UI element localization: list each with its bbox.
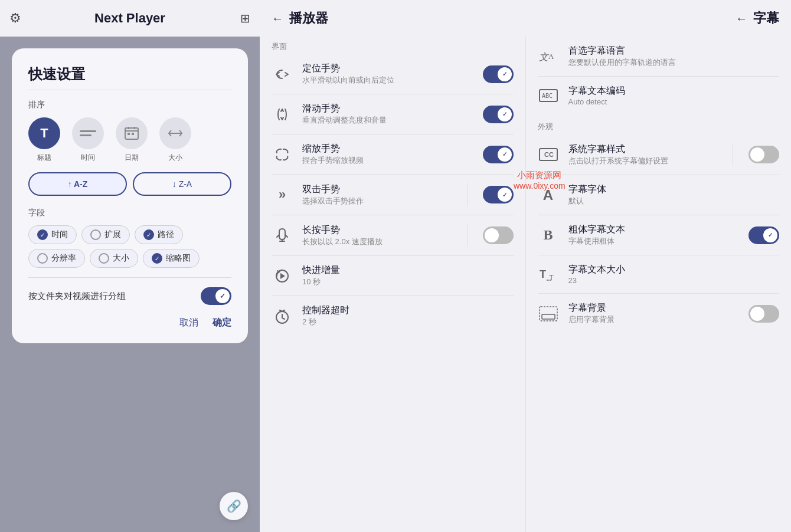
gear-icon-button[interactable]: ⚙	[9, 11, 21, 26]
subtitle-font-subtitle: 默认	[568, 196, 780, 206]
link-button[interactable]: 🔗	[220, 492, 248, 520]
circle-size	[99, 253, 109, 264]
field-chip-ext[interactable]: 扩展	[81, 225, 130, 244]
field-chip-time[interactable]: ✓ 时间	[28, 225, 77, 244]
zoom-gesture-item[interactable]: 缩放手势 捏合手势缩放视频 ✓	[260, 134, 525, 174]
field-label-size: 大小	[113, 253, 129, 264]
system-style-toggle[interactable]	[748, 146, 779, 163]
system-style-title: 系统字幕样式	[568, 143, 724, 156]
sort-icon-time	[72, 117, 104, 149]
player-panel-back-icon-top[interactable]: ←	[272, 12, 283, 25]
svg-text:T: T	[540, 268, 546, 280]
subtitle-textsize-item[interactable]: T T 字幕文本大小 23	[526, 255, 792, 293]
zoom-gesture-toggle[interactable]: ✓	[483, 146, 514, 163]
sort-asc-button[interactable]: ↑ A-Z	[28, 172, 127, 196]
scroll-gesture-subtitle: 垂直滑动调整亮度和音量	[302, 115, 473, 126]
longpress-gesture-title: 长按手势	[302, 224, 457, 237]
seek-increment-item[interactable]: 快进增量 10 秒	[260, 256, 525, 295]
subtitle-textsize-subtitle: 23	[568, 276, 780, 285]
circle-ext	[90, 229, 101, 240]
longpress-gesture-item[interactable]: 长按手势 长按以以 2.0x 速度播放	[260, 215, 525, 255]
field-chip-thumbnail[interactable]: ✓ 缩略图	[143, 249, 200, 268]
sort-icon-size	[159, 117, 191, 149]
sort-asc-label: ↑ A-Z	[68, 179, 88, 189]
svg-rect-7	[132, 133, 134, 135]
fields-row-2: 分辨率 大小 ✓ 缩略图	[28, 249, 231, 268]
scroll-gesture-icon	[272, 104, 293, 125]
preferred-lang-icon: 文 A	[538, 46, 559, 67]
scroll-gesture-title: 滑动手势	[302, 103, 473, 115]
field-label-path: 路径	[158, 229, 174, 240]
group-toggle[interactable]: ✓	[201, 287, 231, 305]
sort-desc-button[interactable]: ↓ Z-A	[133, 172, 231, 196]
scroll-gesture-item[interactable]: 滑动手势 垂直滑动调整亮度和音量 ✓	[260, 94, 525, 134]
field-label-resolution: 分辨率	[51, 253, 76, 264]
doubletap-gesture-icon: »	[272, 184, 293, 205]
bold-subtitle-item[interactable]: B 粗体字幕文本 字幕使用粗体 ✓	[526, 215, 792, 255]
seek-gesture-item[interactable]: 定位手势 水平滑动以向前或向后定位 ✓	[260, 54, 525, 94]
scroll-toggle-thumb: ✓	[498, 107, 512, 121]
bold-toggle-thumb: ✓	[763, 228, 777, 242]
seek-gesture-icon	[272, 64, 293, 85]
field-chip-path[interactable]: ✓ 路径	[135, 225, 183, 244]
svg-rect-1	[80, 134, 91, 136]
text-encoding-item[interactable]: ABC 字幕文本编码 Auto detect	[526, 77, 792, 114]
zoom-gesture-subtitle: 捏合手势缩放视频	[302, 155, 473, 166]
doubletap-gesture-item[interactable]: » 双击手势 选择双击手势操作 ✓	[260, 175, 525, 215]
check-path: ✓	[143, 229, 154, 240]
group-toggle-thumb: ✓	[215, 289, 230, 303]
seek-gesture-toggle[interactable]: ✓	[483, 65, 514, 83]
seek-gesture-subtitle: 水平滑动以向前或向后定位	[302, 75, 473, 86]
subtitle-background-item[interactable]: 字幕背景 启用字幕背景	[526, 294, 792, 333]
subtitle-panel-back-icon-top[interactable]: ←	[736, 12, 747, 25]
longpress-gesture-icon	[272, 225, 293, 246]
subtitle-settings-panel: 文 A 首选字幕语言 您要默认使用的字幕轨道的语言 ABC	[526, 37, 792, 532]
seek-increment-subtitle: 10 秒	[302, 277, 514, 287]
check-time: ✓	[37, 229, 48, 240]
sort-item-size[interactable]: 大小	[159, 117, 191, 163]
subtitle-font-item[interactable]: A 字幕字体 默认	[526, 175, 792, 215]
controller-timeout-item[interactable]: 控制器超时 2 秒	[260, 296, 525, 336]
fields-row-1: ✓ 时间 扩展 ✓ 路径	[28, 225, 231, 244]
group-label: 按文件夹对视频进行分组	[28, 291, 126, 302]
player-panel-title-top: 播放器	[289, 9, 724, 27]
separator-vertical-2	[467, 224, 468, 247]
scroll-gesture-toggle[interactable]: ✓	[483, 106, 514, 123]
zoom-gesture-icon	[272, 144, 293, 165]
svg-rect-0	[80, 130, 96, 132]
svg-rect-20	[542, 314, 555, 319]
subtitle-background-toggle[interactable]	[748, 305, 779, 323]
sort-label-title: 标题	[37, 153, 51, 163]
sort-desc-label: ↓ Z-A	[172, 179, 192, 189]
sub-sep-v-1	[733, 143, 733, 166]
cancel-button[interactable]: 取消	[179, 317, 198, 329]
preferred-lang-item[interactable]: 文 A 首选字幕语言 您要默认使用的字幕轨道的语言	[526, 37, 792, 76]
subtitle-font-icon: A	[538, 185, 559, 206]
field-chip-size[interactable]: 大小	[90, 249, 138, 268]
sort-icons-row: T 标题 时间	[28, 117, 231, 163]
quick-settings-title: 快速设置	[28, 65, 231, 84]
field-label-ext: 扩展	[104, 229, 121, 240]
sort-item-date[interactable]: 日期	[116, 117, 148, 163]
doubletap-gesture-title: 双击手势	[302, 183, 457, 196]
subtitle-background-icon	[538, 303, 559, 324]
bold-subtitle-icon: B	[538, 225, 559, 246]
doubletap-gesture-toggle[interactable]: ✓	[483, 186, 514, 203]
field-chip-resolution[interactable]: 分辨率	[28, 249, 85, 268]
subtitle-font-title: 字幕字体	[568, 183, 780, 196]
longpress-gesture-toggle[interactable]	[483, 226, 514, 244]
sort-item-title[interactable]: T 标题	[28, 117, 60, 163]
seek-increment-icon	[272, 265, 293, 287]
system-style-subtitle: 点击以打开系统字幕偏好设置	[568, 156, 724, 166]
sort-icon-date	[116, 117, 148, 149]
confirm-button[interactable]: 确定	[213, 317, 231, 329]
system-style-toggle-thumb	[750, 147, 764, 162]
bold-subtitle-toggle[interactable]: ✓	[748, 226, 779, 244]
sort-item-time[interactable]: 时间	[72, 117, 104, 163]
controller-timeout-title: 控制器超时	[302, 304, 514, 317]
seek-toggle-thumb: ✓	[498, 67, 512, 81]
svg-text:ABC: ABC	[542, 93, 553, 99]
grid-icon-button[interactable]: ⊞	[240, 11, 250, 25]
doubletap-gesture-subtitle: 选择双击手势操作	[302, 196, 457, 206]
system-style-item[interactable]: CC 系统字幕样式 点击以打开系统字幕偏好设置	[526, 134, 792, 175]
